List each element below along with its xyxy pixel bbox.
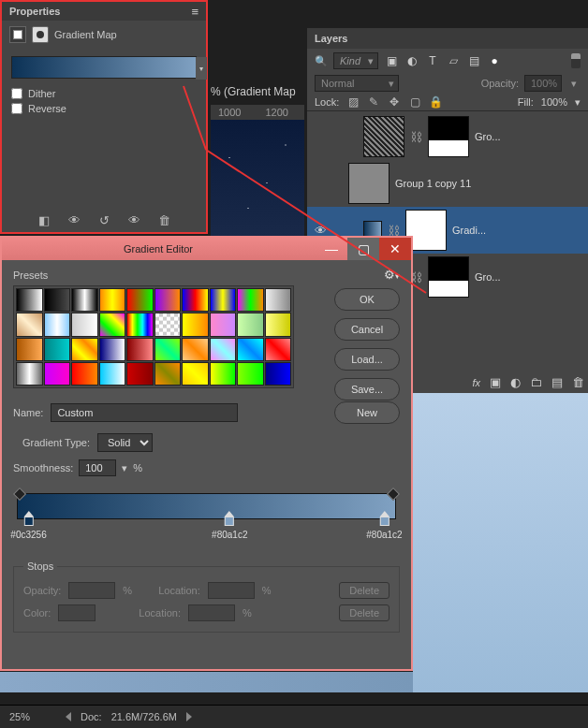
group-icon[interactable]: 🗀 <box>530 375 542 389</box>
color-stop[interactable]: #80a1c2 <box>366 511 402 540</box>
layer-name[interactable]: Gro... <box>475 271 501 283</box>
layer-name[interactable]: Gradi... <box>452 225 486 236</box>
preset-swatch[interactable] <box>16 362 43 386</box>
preset-swatch[interactable] <box>154 313 182 336</box>
preset-swatch[interactable] <box>154 338 182 361</box>
doc-info-dropdown-icon[interactable] <box>186 712 192 721</box>
preset-swatch[interactable] <box>16 288 43 312</box>
panel-menu-icon[interactable]: ≡ <box>191 5 198 19</box>
filter-smart-icon[interactable]: ▤ <box>466 53 481 68</box>
view-previous-icon[interactable]: 👁 <box>66 211 82 228</box>
layer-thumbnail[interactable] <box>363 116 404 157</box>
close-button[interactable]: ✕ <box>379 238 411 260</box>
preset-swatch[interactable] <box>126 338 154 361</box>
stop-location-input[interactable] <box>188 604 235 621</box>
filter-dot-icon[interactable]: ● <box>487 53 502 68</box>
color-stop[interactable]: #0c3256 <box>10 511 46 540</box>
reverse-checkbox[interactable]: Reverse <box>2 101 206 116</box>
preset-swatch[interactable] <box>237 288 264 312</box>
opacity-dropdown-icon[interactable]: ▾ <box>567 76 581 92</box>
opacity-value[interactable]: 100% <box>524 75 562 92</box>
preset-swatch[interactable] <box>237 338 264 361</box>
filter-type-icon[interactable]: T <box>425 53 440 68</box>
layer-row[interactable]: Group 1 copy 11 <box>307 160 588 207</box>
delete-opacity-stop-button[interactable]: Delete <box>339 582 390 599</box>
toggle-visibility-icon[interactable]: 👁 <box>125 211 142 228</box>
layer-name[interactable]: Group 1 copy 11 <box>395 178 471 189</box>
preset-swatch[interactable] <box>16 313 43 336</box>
properties-header[interactable]: Properties ≡ <box>2 2 206 21</box>
layer-name[interactable]: Gro... <box>475 131 501 142</box>
preset-swatch[interactable] <box>265 362 292 386</box>
preset-swatch[interactable] <box>237 313 264 336</box>
trash-icon[interactable]: 🗑 <box>155 211 172 228</box>
preset-swatch[interactable] <box>126 313 154 336</box>
layer-row[interactable]: ⛓ Gro... <box>307 113 588 160</box>
maximize-button[interactable]: ▢ <box>347 238 379 260</box>
preset-swatch[interactable] <box>210 362 237 386</box>
new-button[interactable]: New <box>334 401 400 424</box>
preset-swatch[interactable] <box>71 338 98 361</box>
blend-mode-dropdown[interactable]: Normal <box>315 75 399 92</box>
preset-swatch[interactable] <box>99 362 126 386</box>
preset-swatch[interactable] <box>99 313 126 336</box>
gradient-dropdown-icon[interactable]: ▾ <box>196 57 207 80</box>
preset-swatch[interactable] <box>210 338 237 361</box>
mask-icon[interactable]: ▣ <box>490 375 501 389</box>
preset-swatch[interactable] <box>71 362 98 386</box>
link-icon[interactable]: ⛓ <box>410 130 422 144</box>
dither-input[interactable] <box>11 88 22 99</box>
filter-shape-icon[interactable]: ▱ <box>446 53 461 68</box>
preset-swatch[interactable] <box>182 313 209 336</box>
stop-location-input[interactable] <box>208 582 255 599</box>
preset-swatch[interactable] <box>99 288 126 312</box>
reverse-input[interactable] <box>11 103 22 114</box>
fx-icon[interactable]: fx <box>472 375 480 389</box>
preset-swatch[interactable] <box>99 338 126 361</box>
preset-swatch[interactable] <box>210 288 237 312</box>
preset-swatch[interactable] <box>44 362 71 386</box>
filter-adjustment-icon[interactable]: ◐ <box>404 53 419 68</box>
lock-artboard-icon[interactable]: ▢ <box>408 95 421 109</box>
filter-pixel-icon[interactable]: ▣ <box>384 53 399 68</box>
preset-swatch[interactable] <box>237 362 264 386</box>
layers-header[interactable]: Layers <box>307 28 588 49</box>
lock-pixels-icon[interactable]: ✎ <box>367 95 380 109</box>
color-stop[interactable]: #80a1c2 <box>212 511 247 540</box>
gradient-type-dropdown[interactable]: Solid <box>97 433 153 452</box>
gradient-bar[interactable] <box>17 493 396 519</box>
dialog-titlebar[interactable]: Gradient Editor — ▢ ✕ <box>2 238 411 260</box>
zoom-level[interactable]: 25% <box>9 711 56 722</box>
preset-swatch[interactable] <box>44 313 71 336</box>
new-layer-icon[interactable]: ▤ <box>551 375 563 389</box>
delete-color-stop-button[interactable]: Delete <box>339 604 390 621</box>
adjustment-icon[interactable] <box>9 26 26 43</box>
preset-swatch[interactable] <box>16 338 43 361</box>
preset-swatch[interactable] <box>265 288 292 312</box>
preset-swatch[interactable] <box>126 288 154 312</box>
fill-value[interactable]: 100% <box>541 96 567 108</box>
minimize-button[interactable]: — <box>316 238 347 260</box>
mask-thumbnail[interactable] <box>428 256 469 298</box>
lock-position-icon[interactable]: ✥ <box>388 95 401 109</box>
presets-menu-icon[interactable]: ⚙▾ <box>384 268 400 282</box>
preset-swatch[interactable] <box>210 313 237 336</box>
cancel-button[interactable]: Cancel <box>334 318 400 341</box>
filter-toggle[interactable] <box>571 53 581 68</box>
adjustment-layer-icon[interactable]: ◐ <box>510 375 521 389</box>
preset-swatch[interactable] <box>265 338 292 361</box>
gradient-preview[interactable]: ▾ <box>11 56 197 79</box>
preset-swatch[interactable] <box>182 362 209 386</box>
preset-swatch[interactable] <box>44 288 71 312</box>
lock-all-icon[interactable]: 🔒 <box>429 95 442 109</box>
save-button[interactable]: Save... <box>334 378 400 400</box>
preset-swatch[interactable] <box>71 313 98 336</box>
mask-thumbnail[interactable] <box>428 116 469 157</box>
document-tab[interactable]: % (Gradient Map <box>211 85 296 98</box>
smoothness-dropdown-icon[interactable]: ▾ <box>122 462 127 474</box>
zoom-out-icon[interactable] <box>66 712 71 721</box>
filter-kind-dropdown[interactable]: Kind <box>333 52 378 69</box>
group-thumbnail[interactable] <box>348 163 390 204</box>
smoothness-input[interactable] <box>79 459 116 476</box>
stop-color-well[interactable] <box>58 604 96 621</box>
